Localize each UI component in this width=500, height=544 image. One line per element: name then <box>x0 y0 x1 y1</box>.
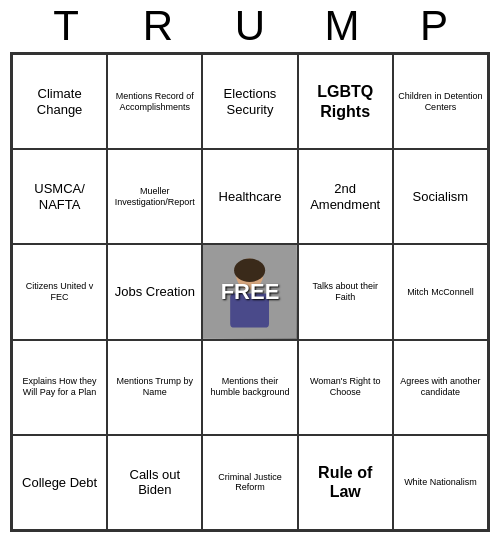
title-row: T R U M P <box>20 0 480 52</box>
cell-text-6: Mueller Investigation/Report <box>111 186 198 208</box>
bingo-cell-15[interactable]: Explains How they Will Pay for a Plan <box>12 340 107 435</box>
cell-text-11: Jobs Creation <box>115 284 195 300</box>
bingo-cell-7[interactable]: Healthcare <box>202 149 297 244</box>
bingo-cell-13[interactable]: Talks about their Faith <box>298 244 393 339</box>
bingo-cell-16[interactable]: Mentions Trump by Name <box>107 340 202 435</box>
letter-r: R <box>118 2 198 50</box>
letter-u: U <box>210 2 290 50</box>
bingo-cell-4[interactable]: Children in Detention Centers <box>393 54 488 149</box>
cell-text-19: Agrees with another candidate <box>397 376 484 398</box>
bingo-cell-11[interactable]: Jobs Creation <box>107 244 202 339</box>
cell-text-8: 2nd Amendment <box>302 181 389 212</box>
bingo-cell-12[interactable]: FREE <box>202 244 297 339</box>
cell-text-16: Mentions Trump by Name <box>111 376 198 398</box>
cell-text-13: Talks about their Faith <box>302 281 389 303</box>
cell-text-4: Children in Detention Centers <box>397 91 484 113</box>
cell-text-7: Healthcare <box>219 189 282 205</box>
cell-text-23: Rule of Law <box>302 463 389 501</box>
bingo-cell-5[interactable]: USMCA/ NAFTA <box>12 149 107 244</box>
cell-text-2: Elections Security <box>206 86 293 117</box>
bingo-cell-23[interactable]: Rule of Law <box>298 435 393 530</box>
cell-text-14: Mitch McConnell <box>407 287 474 298</box>
bingo-cell-2[interactable]: Elections Security <box>202 54 297 149</box>
cell-text-22: Criminal Justice Reform <box>206 472 293 494</box>
bingo-cell-9[interactable]: Socialism <box>393 149 488 244</box>
bingo-cell-24[interactable]: White Nationalism <box>393 435 488 530</box>
letter-t: T <box>26 2 106 50</box>
cell-text-0: Climate Change <box>16 86 103 117</box>
bingo-cell-14[interactable]: Mitch McConnell <box>393 244 488 339</box>
cell-text-20: College Debt <box>22 475 97 491</box>
cell-text-1: Mentions Record of Accomplishments <box>111 91 198 113</box>
bingo-cell-18[interactable]: Woman's Right to Choose <box>298 340 393 435</box>
bingo-cell-1[interactable]: Mentions Record of Accomplishments <box>107 54 202 149</box>
bingo-cell-8[interactable]: 2nd Amendment <box>298 149 393 244</box>
cell-text-21: Calls out Biden <box>111 467 198 498</box>
bingo-cell-0[interactable]: Climate Change <box>12 54 107 149</box>
bingo-cell-10[interactable]: Citizens United v FEC <box>12 244 107 339</box>
bingo-cell-6[interactable]: Mueller Investigation/Report <box>107 149 202 244</box>
bingo-grid: Climate ChangeMentions Record of Accompl… <box>10 52 490 532</box>
bingo-cell-19[interactable]: Agrees with another candidate <box>393 340 488 435</box>
bingo-cell-3[interactable]: LGBTQ Rights <box>298 54 393 149</box>
cell-text-24: White Nationalism <box>404 477 477 488</box>
cell-text-18: Woman's Right to Choose <box>302 376 389 398</box>
bingo-cell-20[interactable]: College Debt <box>12 435 107 530</box>
bingo-cell-17[interactable]: Mentions their humble background <box>202 340 297 435</box>
bingo-cell-22[interactable]: Criminal Justice Reform <box>202 435 297 530</box>
bingo-cell-21[interactable]: Calls out Biden <box>107 435 202 530</box>
cell-text-5: USMCA/ NAFTA <box>16 181 103 212</box>
cell-text-10: Citizens United v FEC <box>16 281 103 303</box>
cell-text-9: Socialism <box>413 189 469 205</box>
cell-text-17: Mentions their humble background <box>206 376 293 398</box>
letter-p: P <box>394 2 474 50</box>
cell-text-3: LGBTQ Rights <box>302 82 389 120</box>
letter-m: M <box>302 2 382 50</box>
cell-text-15: Explains How they Will Pay for a Plan <box>16 376 103 398</box>
